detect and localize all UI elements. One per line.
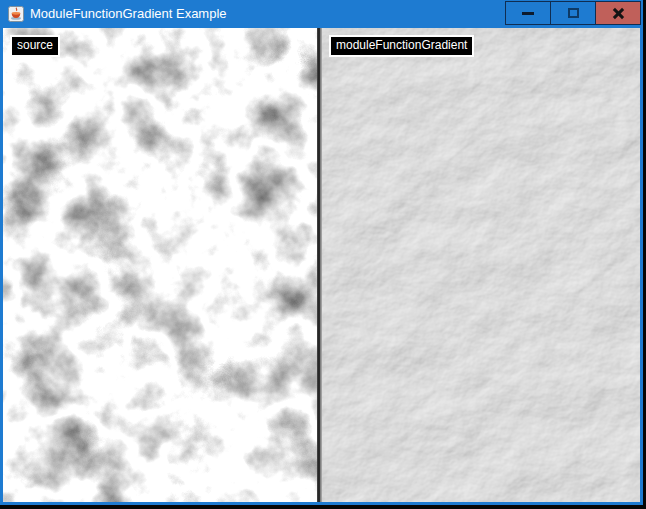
window-title: ModuleFunctionGradient Example	[30, 0, 227, 28]
gradient-image-panel: moduleFunctionGradient	[322, 28, 640, 502]
maximize-icon	[568, 8, 579, 18]
minimize-icon	[522, 12, 534, 15]
source-label: source	[10, 35, 60, 57]
gradient-label: moduleFunctionGradient	[329, 35, 474, 57]
maximize-button[interactable]	[550, 1, 596, 25]
java-coffee-cup-icon	[8, 6, 24, 22]
content-area: source	[3, 28, 640, 502]
minimize-button[interactable]	[505, 1, 551, 25]
close-icon	[612, 7, 625, 20]
gradient-texture-image	[322, 28, 640, 502]
source-image-panel: source	[3, 28, 317, 502]
titlebar[interactable]: ModuleFunctionGradient Example	[0, 0, 643, 28]
close-button[interactable]	[595, 1, 641, 25]
source-texture-image	[3, 28, 317, 502]
app-window: ModuleFunctionGradient Example	[0, 0, 643, 505]
caption-buttons	[505, 1, 641, 25]
